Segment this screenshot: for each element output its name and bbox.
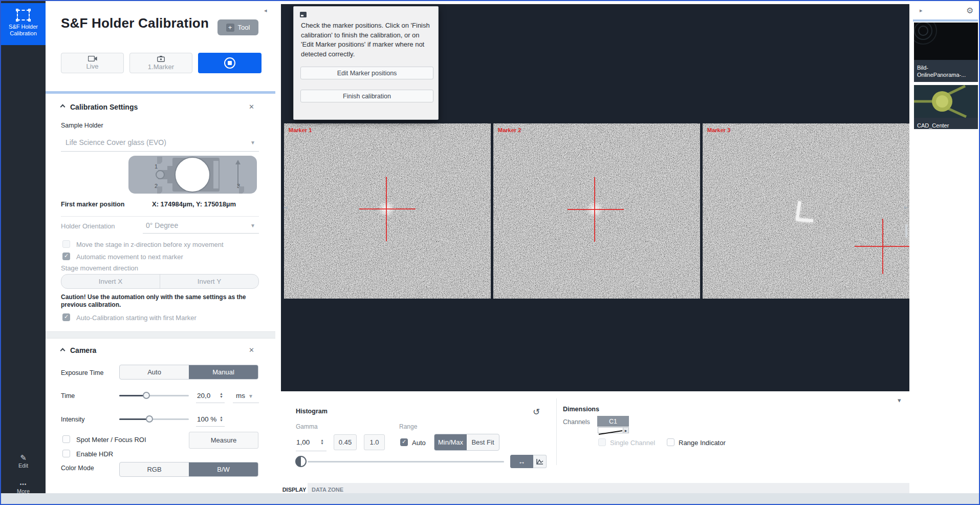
contrast-slider[interactable] <box>308 461 504 462</box>
thumbnail-label: Bild- OnlinePanorama-... <box>914 62 978 81</box>
gamma-stepper[interactable]: ▲▼ <box>320 439 324 445</box>
color-mode-label: Color Mode <box>61 465 94 472</box>
reset-icon[interactable]: ↺ <box>533 407 540 417</box>
channel-expand-icon[interactable]: ▶ <box>623 427 629 433</box>
svg-text:1: 1 <box>155 163 158 170</box>
holder-orientation-select[interactable]: 0° Degree <box>146 221 178 229</box>
gamma-10-button[interactable]: 1.0 <box>364 434 385 450</box>
marker-label: Marker 2 <box>498 127 521 133</box>
fit-width-button[interactable]: ↔ <box>510 455 533 468</box>
range-label: Range <box>399 423 417 430</box>
auto-move-checkbox[interactable] <box>62 252 70 260</box>
measure-button[interactable]: Measure <box>189 432 258 449</box>
scrollbar-thumb[interactable] <box>905 224 907 238</box>
lut-strip[interactable] <box>598 427 623 433</box>
first-marker-button[interactable]: 1.Marker <box>129 53 192 73</box>
range-auto-checkbox[interactable] <box>400 438 408 446</box>
channel-chip[interactable]: C1 <box>597 416 629 427</box>
expand-panel-icon[interactable]: ▸ <box>920 7 923 14</box>
spot-meter-checkbox[interactable] <box>62 435 70 443</box>
histogram-view-button[interactable] <box>533 455 547 468</box>
stop-icon <box>224 57 235 69</box>
panorama-thumbnail <box>914 23 978 60</box>
time-stepper[interactable]: ▲▼ <box>220 392 223 398</box>
marker-crosshair <box>855 246 909 247</box>
camera-header: Camera <box>70 346 96 354</box>
color-bw-button[interactable]: B/W <box>189 462 258 476</box>
first-marker-label: First marker position <box>61 201 124 208</box>
marker-crosshair <box>568 209 624 210</box>
spot-meter-label: Spot Meter / Focus ROI <box>76 436 146 444</box>
marker-image-2[interactable]: Marker 2 <box>493 123 700 299</box>
minmax-button[interactable]: Min/Max <box>434 434 467 450</box>
panel-icon <box>300 12 307 17</box>
exposure-manual-button[interactable]: Manual <box>189 365 258 379</box>
histogram-icon <box>536 458 543 465</box>
divider <box>556 398 557 465</box>
single-channel-checkbox[interactable] <box>598 438 606 446</box>
gamma-045-button[interactable]: 0.45 <box>334 434 357 450</box>
pencil-icon: ✎ <box>1 453 46 462</box>
live-button[interactable]: Live <box>61 53 124 73</box>
edit-marker-positions-button[interactable]: Edit Marker positions <box>300 67 433 79</box>
bestfit-button[interactable]: Best Fit <box>467 434 499 450</box>
sample-holder-diagram: 1 2 3 <box>127 155 258 195</box>
gamma-label: Gamma <box>296 423 318 430</box>
move-z-checkbox[interactable] <box>62 240 70 248</box>
section-accent-bar <box>913 19 978 22</box>
invert-y-button[interactable]: Invert Y <box>160 275 258 288</box>
finish-calibration-button[interactable]: Finish calibration <box>300 90 433 102</box>
time-slider[interactable] <box>119 395 189 396</box>
intensity-label: Intensity <box>61 416 85 423</box>
enable-hdr-checkbox[interactable] <box>62 450 70 457</box>
close-icon[interactable]: ✕ <box>249 103 254 111</box>
gear-icon[interactable]: ⚙ <box>966 6 973 15</box>
exposure-auto-button[interactable]: Auto <box>120 365 189 379</box>
histogram-title: Histogram <box>296 408 328 415</box>
holder-orientation-label: Holder Orientation <box>61 222 115 230</box>
range-indicator-label: Range Indicator <box>679 439 726 447</box>
nav-sidebar: S&F Holder Calibration ✎ Edit ••• More <box>1 1 46 493</box>
sample-holder-select[interactable]: Life Science Cover glass (EVO) <box>66 138 166 146</box>
calibration-settings-header: Calibration Settings <box>70 103 138 111</box>
invert-toggle-group: Invert X Invert Y <box>61 274 259 289</box>
image-viewport[interactable]: Marker 1 Marker 2 Marker 3 Check the mar… <box>281 4 909 391</box>
collapse-chevron-icon[interactable] <box>60 348 66 353</box>
dialog-message: Check the marker positions. Click on 'Fi… <box>301 21 433 59</box>
gallery-item-panorama[interactable]: Bild- OnlinePanorama-... <box>914 23 978 82</box>
field-underline <box>143 233 259 234</box>
time-value[interactable]: 20,0 <box>197 392 210 399</box>
auto-calibration-checkbox[interactable] <box>62 313 70 321</box>
gamma-value[interactable]: 1,00 <box>296 438 310 446</box>
intensity-value[interactable]: 100 % <box>197 415 216 423</box>
marker-image-3[interactable]: Marker 3 <box>703 123 909 299</box>
marker-image-1[interactable]: Marker 1 <box>284 123 491 299</box>
chevron-down-icon[interactable]: ▾ <box>898 396 901 404</box>
time-unit-select[interactable]: ms <box>236 392 245 399</box>
range-indicator-checkbox[interactable] <box>667 438 674 446</box>
collapse-chevron-icon[interactable] <box>60 104 66 110</box>
intensity-slider-knob[interactable] <box>146 415 153 423</box>
invert-x-button[interactable]: Invert X <box>61 275 160 288</box>
exposure-mode-toggle: Auto Manual <box>119 365 258 380</box>
color-rgb-button[interactable]: RGB <box>120 462 189 476</box>
intensity-slider[interactable] <box>119 418 189 420</box>
field-underline <box>233 403 259 403</box>
dimensions-title: Dimensions <box>563 406 599 413</box>
more-button[interactable]: ••• More <box>1 481 46 494</box>
add-tool-button[interactable]: + Tool <box>217 19 258 35</box>
edit-button[interactable]: ✎ Edit <box>1 453 46 469</box>
time-slider-knob[interactable] <box>143 392 150 399</box>
intensity-stepper[interactable]: ▲▼ <box>220 416 223 422</box>
photo-camera-icon <box>157 56 165 62</box>
contrast-slider-knob[interactable] <box>295 456 307 467</box>
close-icon[interactable]: ✕ <box>249 346 254 354</box>
gallery-item-cad-center[interactable]: CAD_Center <box>914 85 978 129</box>
scroll-left-icon[interactable]: ◄ <box>282 204 289 211</box>
stage-direction-label: Stage movement direction <box>61 264 138 272</box>
sidebar-item-holder-calibration[interactable]: S&F Holder Calibration <box>1 3 46 45</box>
section-separator <box>46 331 275 339</box>
collapse-panel-icon[interactable]: ◂ <box>264 7 267 14</box>
stop-capture-button[interactable] <box>198 53 262 73</box>
scroll-right-icon[interactable]: ► <box>903 204 909 211</box>
